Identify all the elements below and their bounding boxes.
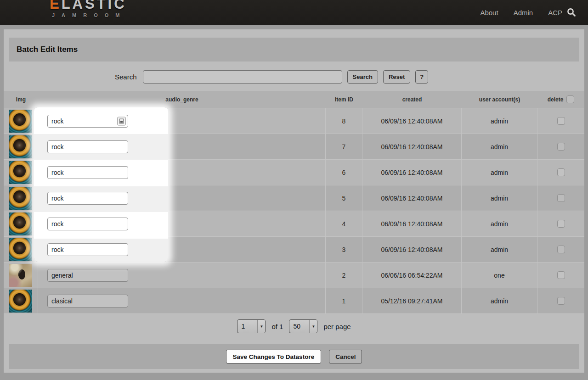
table-row: 1 05/12/16 09:27:41AM admin	[4, 288, 584, 314]
delete-checkbox[interactable]	[557, 168, 565, 176]
col-header-genre: audio_genre	[38, 91, 326, 108]
per-page-select-value: 50	[289, 320, 309, 333]
created-cell: 06/09/16 12:40:08AM	[362, 108, 462, 134]
page-title-bar: Batch Edit Items	[9, 38, 579, 61]
delete-cell	[537, 160, 584, 185]
delete-cell	[537, 108, 584, 134]
item-id-cell: 3	[326, 237, 362, 262]
col-header-created: created	[362, 91, 462, 108]
delete-checkbox[interactable]	[557, 194, 565, 202]
img-cell	[4, 211, 38, 236]
help-button[interactable]: ?	[415, 70, 428, 84]
user-cell: admin	[462, 288, 537, 313]
item-thumbnail	[9, 161, 32, 184]
delete-checkbox[interactable]	[557, 220, 565, 228]
item-thumbnail	[9, 290, 32, 313]
page-title: Batch Edit Items	[17, 45, 78, 54]
item-thumbnail	[9, 264, 32, 287]
per-page-label: per page	[323, 323, 351, 330]
items-table: img audio_genre Item ID created user acc…	[4, 91, 584, 314]
table-header-row: img audio_genre Item ID created user acc…	[4, 91, 584, 108]
nav-acp[interactable]: ACP	[548, 9, 562, 17]
tour-highlight-genre-inputs	[34, 107, 168, 262]
created-cell: 06/09/16 12:40:08AM	[362, 134, 462, 159]
delete-cell	[537, 134, 584, 159]
delete-checkbox[interactable]	[557, 297, 565, 305]
created-cell: 06/09/16 12:40:08AM	[362, 237, 462, 262]
img-cell	[4, 108, 38, 134]
col-header-user: user account(s)	[462, 91, 537, 108]
delete-checkbox[interactable]	[557, 143, 565, 151]
item-thumbnail	[9, 238, 32, 261]
genre-input[interactable]	[47, 140, 128, 153]
cancel-button[interactable]: Cancel	[329, 350, 362, 363]
page-select-value: 1	[237, 320, 257, 333]
table-row: 2 06/06/16 06:54:22AM one	[4, 263, 584, 288]
created-cell: 06/09/16 12:40:08AM	[362, 211, 462, 236]
col-header-itemid: Item ID	[326, 91, 362, 108]
genre-input[interactable]	[47, 269, 128, 282]
user-cell: one	[462, 263, 537, 288]
save-button[interactable]: Save Changes To Datastore	[226, 350, 322, 363]
created-cell: 06/06/16 06:54:22AM	[362, 263, 462, 288]
item-id-cell: 1	[326, 288, 362, 313]
reset-button[interactable]: Reset	[383, 70, 410, 84]
page-of-label: of 1	[271, 323, 283, 330]
select-all-checkbox[interactable]	[566, 95, 574, 103]
nav-about[interactable]: About	[480, 9, 498, 17]
genre-cell	[38, 263, 326, 288]
item-id-cell: 7	[326, 134, 362, 159]
item-thumbnail	[9, 187, 32, 210]
user-cell: admin	[462, 185, 537, 211]
genre-input[interactable]	[47, 192, 128, 205]
logo-letter-e: E	[50, 0, 62, 12]
logo-elastic: ELASTIC	[50, 0, 127, 11]
search-icon[interactable]	[565, 6, 578, 19]
genre-input[interactable]	[47, 115, 128, 128]
genre-cell	[38, 288, 326, 313]
item-id-cell: 4	[326, 211, 362, 236]
user-cell: admin	[462, 211, 537, 236]
delete-cell	[537, 237, 584, 262]
fill-down-button[interactable]	[117, 117, 126, 125]
site-header: ELASTIC JAMROOM About Admin ACP	[0, 0, 588, 25]
genre-input[interactable]	[47, 166, 128, 179]
genre-input[interactable]	[47, 243, 128, 256]
page-select[interactable]: 1 ▼	[237, 319, 266, 333]
pagination: 1 ▼ of 1 50 ▼ per page	[4, 317, 584, 336]
chevron-down-icon: ▼	[257, 320, 265, 333]
delete-checkbox[interactable]	[557, 117, 565, 125]
per-page-select[interactable]: 50 ▼	[289, 319, 317, 333]
search-label: Search	[115, 73, 137, 81]
col-header-img: img	[4, 91, 38, 108]
logo-lastic: LASTIC	[62, 0, 127, 12]
nav-admin[interactable]: Admin	[514, 9, 533, 17]
main-panel: Batch Edit Items Search Search Reset ? i…	[4, 29, 584, 373]
delete-header-label: delete	[548, 96, 564, 103]
fill-down-icon	[119, 118, 124, 123]
item-thumbnail	[9, 135, 32, 158]
img-cell	[4, 263, 38, 288]
item-id-cell: 8	[326, 108, 362, 134]
img-cell	[4, 134, 38, 159]
delete-checkbox[interactable]	[557, 271, 565, 279]
created-cell: 06/09/16 12:40:08AM	[362, 160, 462, 185]
img-cell	[4, 185, 38, 211]
item-id-cell: 2	[326, 263, 362, 288]
genre-input[interactable]	[47, 295, 128, 307]
search-button[interactable]: Search	[347, 70, 378, 84]
genre-input[interactable]	[47, 218, 128, 230]
search-input[interactable]	[143, 70, 342, 84]
delete-cell	[537, 185, 584, 211]
delete-cell	[537, 263, 584, 288]
chevron-down-icon: ▼	[309, 320, 317, 333]
delete-checkbox[interactable]	[557, 246, 565, 253]
delete-cell	[537, 211, 584, 236]
user-cell: admin	[462, 237, 537, 262]
user-cell: admin	[462, 108, 537, 134]
item-id-cell: 6	[326, 160, 362, 185]
site-logo: ELASTIC JAMROOM	[50, 0, 127, 18]
created-cell: 05/12/16 09:27:41AM	[362, 288, 462, 313]
top-nav: About Admin ACP	[480, 0, 562, 25]
img-cell	[4, 160, 38, 185]
